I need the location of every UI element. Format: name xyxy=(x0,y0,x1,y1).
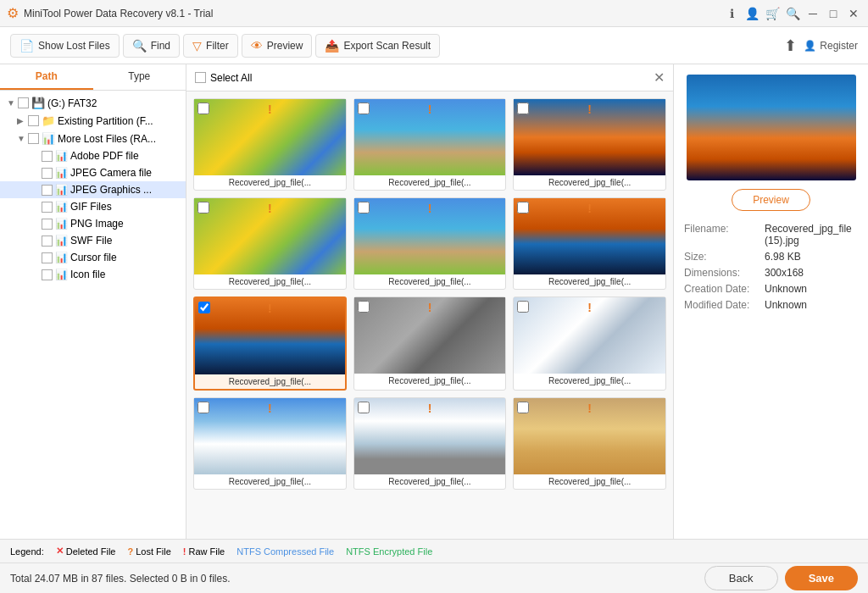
lost-badge: ! xyxy=(428,301,432,314)
ntfs-encrypted-label: NTFS Encrypted File xyxy=(346,546,432,557)
thumbnail-item[interactable]: ! Recovered_jpg_file(... xyxy=(353,397,507,490)
filename-label: Filename: xyxy=(684,223,765,247)
adobe-pdf-checkbox[interactable] xyxy=(42,151,53,162)
close-panel-button[interactable]: ✕ xyxy=(654,69,665,86)
filter-button[interactable]: ▽ Filter xyxy=(183,34,238,58)
show-lost-files-button[interactable]: 📄 Show Lost Files xyxy=(10,34,120,58)
thumbnail-checkbox[interactable] xyxy=(198,302,210,313)
select-all-checkbox[interactable]: Select All xyxy=(195,72,252,84)
pdf-icon: 📊 xyxy=(55,150,68,162)
thumbnail-label: Recovered_jpg_file(... xyxy=(354,274,506,289)
tree-jpeg-graphics[interactable]: 📊 JPEG Graphics ... xyxy=(0,181,186,198)
icon-file-icon: 📊 xyxy=(55,269,68,280)
tree-png-image[interactable]: 📊 PNG Image xyxy=(0,215,186,232)
tree-adobe-pdf[interactable]: 📊 Adobe PDF file xyxy=(0,147,186,164)
zoom-icon[interactable]: 🔍 xyxy=(785,6,800,21)
thumbnail-checkbox[interactable] xyxy=(358,402,370,413)
find-icon: 🔍 xyxy=(132,39,147,53)
lost-badge: ! xyxy=(587,103,592,116)
lost-files-icon: 📊 xyxy=(42,132,55,145)
tree-cursor-file[interactable]: 📊 Cursor file xyxy=(0,249,186,266)
preview-image xyxy=(687,75,856,180)
gif-files-label: GIF Files xyxy=(70,201,112,213)
folder-icon: 📁 xyxy=(42,114,55,127)
user-icon[interactable]: 👤 xyxy=(744,6,760,21)
thumbnail-item[interactable]: ! Recovered_jpg_file(... xyxy=(353,296,507,391)
thumbnail-item[interactable]: ! Recovered_jpg_file(... xyxy=(353,98,507,191)
swf-file-checkbox[interactable] xyxy=(42,236,53,247)
info-icon[interactable]: ℹ xyxy=(724,6,739,21)
more-lost-files-checkbox[interactable] xyxy=(28,133,39,144)
icon-file-checkbox[interactable] xyxy=(42,269,53,280)
dimensions-value: 300x168 xyxy=(765,267,804,279)
tree-gif-files[interactable]: 📊 GIF Files xyxy=(0,198,186,215)
export-scan-result-button[interactable]: 📤 Export Scan Result xyxy=(315,34,440,58)
thumbnail-label: Recovered_jpg_file(... xyxy=(354,474,506,489)
select-all-check[interactable] xyxy=(195,72,206,83)
thumbnail-checkbox[interactable] xyxy=(198,103,209,114)
minimize-button[interactable]: ─ xyxy=(805,6,821,21)
thumbnail-checkbox[interactable] xyxy=(517,402,529,413)
tab-path[interactable]: Path xyxy=(0,64,93,90)
thumbnail-item[interactable]: ! Recovered_jpg_file(... xyxy=(193,296,347,391)
thumbnail-label: Recovered_jpg_file(... xyxy=(514,274,665,289)
tree-icon-file[interactable]: 📊 Icon file xyxy=(0,266,186,283)
thumbnail-item[interactable]: ! Recovered_jpg_file(... xyxy=(513,296,666,391)
save-button[interactable]: Save xyxy=(785,566,858,590)
thumbnail-checkbox[interactable] xyxy=(358,202,370,213)
cursor-file-checkbox[interactable] xyxy=(42,252,53,263)
tab-type[interactable]: Type xyxy=(93,64,186,90)
creation-date-row: Creation Date: Unknown xyxy=(684,283,858,295)
thumbnail-item[interactable]: ! Recovered_jpg_file(... xyxy=(513,98,666,191)
back-button[interactable]: Back xyxy=(704,566,778,590)
thumbnail-item[interactable]: ! Recovered_jpg_file(... xyxy=(513,397,666,490)
root-checkbox[interactable] xyxy=(18,97,29,108)
select-all-label: Select All xyxy=(210,72,252,84)
thumbnail-item[interactable]: ! Recovered_jpg_file(... xyxy=(513,197,666,290)
tree-root[interactable]: ▼ 💾 (G:) FAT32 xyxy=(0,94,186,112)
png-image-checkbox[interactable] xyxy=(42,219,53,230)
app-icon: ⚙ xyxy=(7,5,19,21)
left-panel: Path Type ▼ 💾 (G:) FAT32 ▶ 📁 Existing Pa… xyxy=(0,64,186,539)
thumbnail-item[interactable]: ! Recovered_jpg_file(... xyxy=(193,397,347,490)
tree-existing-partition[interactable]: ▶ 📁 Existing Partition (F... xyxy=(0,112,186,130)
register-button[interactable]: 👤 Register xyxy=(804,40,858,52)
thumbnail-checkbox[interactable] xyxy=(517,301,529,313)
toolbar-right: ⬆ 👤 Register xyxy=(784,36,858,55)
share-button[interactable]: ⬆ xyxy=(784,36,797,55)
tree-jpeg-camera[interactable]: 📊 JPEG Camera file xyxy=(0,164,186,181)
app-title: MiniTool Power Data Recovery v8.1 - Tria… xyxy=(24,8,213,19)
jpeg-graphics-checkbox[interactable] xyxy=(42,185,53,196)
thumbnail-item[interactable]: ! Recovered_jpg_file(... xyxy=(193,98,347,191)
thumbnail-item[interactable]: ! Recovered_jpg_file(... xyxy=(353,197,507,290)
preview-action-button[interactable]: Preview xyxy=(732,189,810,211)
filename-row: Filename: Recovered_jpg_file(15).jpg xyxy=(684,223,858,247)
existing-partition-checkbox[interactable] xyxy=(28,115,39,126)
jpeg-camera-checkbox[interactable] xyxy=(42,168,53,179)
modified-date-label: Modified Date: xyxy=(684,299,765,311)
expand-icon: ▼ xyxy=(7,98,15,108)
thumbnail-label: Recovered_jpg_file(... xyxy=(354,175,506,190)
bottom-buttons: Back Save xyxy=(704,566,858,590)
tree-more-lost-files[interactable]: ▼ 📊 More Lost Files (RA... xyxy=(0,130,186,147)
preview-button[interactable]: 👁 Preview xyxy=(242,34,313,58)
close-button[interactable]: ✕ xyxy=(846,6,861,21)
thumbnail-item[interactable]: ! Recovered_jpg_file(... xyxy=(193,197,347,290)
lost-badge: ! xyxy=(587,301,592,314)
thumbnail-checkbox[interactable] xyxy=(517,202,529,213)
find-button[interactable]: 🔍 Find xyxy=(123,34,180,58)
thumbnail-checkbox[interactable] xyxy=(358,301,370,313)
preview-sunset-bg xyxy=(687,75,856,180)
expand-icon: ▼ xyxy=(17,134,25,143)
status-bar: Total 24.07 MB in 87 files. Selected 0 B… xyxy=(0,563,868,593)
cart-icon[interactable]: 🛒 xyxy=(765,6,780,21)
thumbnail-checkbox[interactable] xyxy=(358,103,370,114)
thumbnail-checkbox[interactable] xyxy=(198,202,209,213)
thumbnail-checkbox[interactable] xyxy=(517,103,529,114)
maximize-button[interactable]: □ xyxy=(826,6,841,21)
gif-files-checkbox[interactable] xyxy=(42,202,53,213)
tree-swf-file[interactable]: 📊 SWF File xyxy=(0,232,186,249)
thumbnail-checkbox[interactable] xyxy=(198,402,209,413)
toolbar-left: 📄 Show Lost Files 🔍 Find ▽ Filter 👁 Prev… xyxy=(10,34,440,58)
creation-date-label: Creation Date: xyxy=(684,283,765,295)
